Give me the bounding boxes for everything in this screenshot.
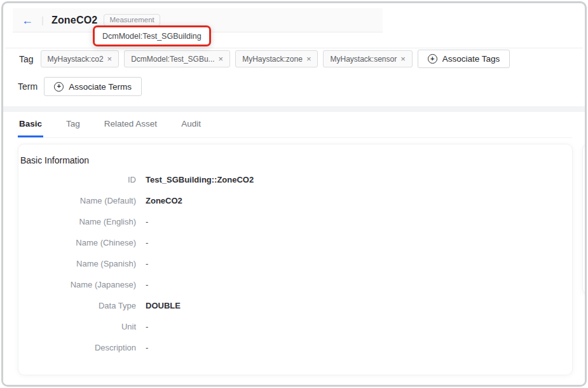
basic-information-heading: Basic Information xyxy=(20,155,572,165)
field-value: - xyxy=(146,258,148,270)
term-section: Term + Associate Terms xyxy=(18,77,142,96)
field-label: ID xyxy=(20,174,136,186)
field-row-name-spanish: Name (Spanish) - xyxy=(20,258,572,270)
tag-chip-label: MyHaystack:sensor xyxy=(330,55,397,64)
field-value: ZoneCO2 xyxy=(146,195,182,207)
associate-terms-button[interactable]: + Associate Terms xyxy=(44,77,142,96)
field-label: Name (Chinese) xyxy=(20,237,136,249)
back-icon[interactable]: ← xyxy=(22,15,33,26)
field-label: Name (English) xyxy=(20,216,136,228)
field-label: Name (Spanish) xyxy=(20,258,136,270)
field-row-name-english: Name (English) - xyxy=(20,216,572,228)
field-row-unit: Unit - xyxy=(20,321,572,333)
field-row-name-default: Name (Default) ZoneCO2 xyxy=(20,195,572,207)
header-divider: | xyxy=(41,15,44,25)
tag-chip-list: MyHaystack:co2 × DcmModel:Test_SGBu... ×… xyxy=(41,50,413,67)
field-value: - xyxy=(146,279,148,291)
tag-chip[interactable]: DcmModel:Test_SGBu... × xyxy=(124,50,230,67)
field-value: - xyxy=(146,321,148,333)
tab-basic[interactable]: Basic xyxy=(18,114,43,137)
field-label: Name (Japanese) xyxy=(20,279,136,291)
field-value: - xyxy=(146,237,148,249)
chip-close-icon[interactable]: × xyxy=(219,55,224,63)
field-label: Data Type xyxy=(20,300,136,312)
circle-plus-icon: + xyxy=(428,54,437,64)
field-value: - xyxy=(146,216,148,228)
tag-chip-label: DcmModel:Test_SGBu... xyxy=(131,55,214,64)
tag-chip[interactable]: MyHaystack:zone × xyxy=(235,50,318,67)
tag-chip[interactable]: MyHaystack:co2 × xyxy=(41,50,120,67)
header-bottom-divider xyxy=(5,48,583,48)
field-row-name-japanese: Name (Japanese) - xyxy=(20,279,572,291)
associate-tags-label: Associate Tags xyxy=(442,54,500,64)
field-label: Description xyxy=(20,342,136,354)
field-value: DOUBLE xyxy=(146,300,181,312)
tooltip-red-annotation: DcmModel:Test_SGBuilding xyxy=(93,25,211,46)
associate-terms-label: Associate Terms xyxy=(69,82,132,92)
app-window: ← | ZoneCO2 Measurement DcmModel:Test_SG… xyxy=(1,1,587,387)
tag-fullname-tooltip: DcmModel:Test_SGBuilding xyxy=(102,32,202,41)
field-row-name-chinese: Name (Chinese) - xyxy=(20,237,572,249)
field-row-id: ID Test_SGBuilding::ZoneCO2 xyxy=(20,174,572,186)
tab-bar: Basic Tag Related Asset Audit xyxy=(18,114,572,138)
associate-tags-button[interactable]: + Associate Tags xyxy=(418,50,510,68)
tabs-panel: Basic Tag Related Asset Audit Basic Info… xyxy=(3,112,585,385)
field-row-data-type: Data Type DOUBLE xyxy=(20,300,572,312)
tab-related-asset[interactable]: Related Asset xyxy=(103,114,158,137)
field-list: ID Test_SGBuilding::ZoneCO2 Name (Defaul… xyxy=(20,174,572,354)
chip-close-icon[interactable]: × xyxy=(400,55,406,63)
basic-information-card: Basic Information ID Test_SGBuilding::Zo… xyxy=(18,144,573,375)
adjacent-card-fragment xyxy=(582,144,587,294)
tab-tag[interactable]: Tag xyxy=(65,114,81,137)
tag-section-label: Tag xyxy=(19,54,34,64)
term-section-label: Term xyxy=(18,81,38,92)
field-row-description: Description - xyxy=(20,342,572,354)
field-value: Test_SGBuilding::ZoneCO2 xyxy=(146,174,254,186)
tab-audit[interactable]: Audit xyxy=(180,114,202,137)
measurement-badge: Measurement xyxy=(104,14,160,26)
section-gap xyxy=(3,106,585,112)
field-value: - xyxy=(146,342,148,354)
circle-plus-icon: + xyxy=(54,82,64,92)
chip-close-icon[interactable]: × xyxy=(107,55,113,63)
tag-chip-label: MyHaystack:co2 xyxy=(48,55,104,64)
tag-chip[interactable]: MyHaystack:sensor × xyxy=(323,50,412,67)
tag-section: Tag MyHaystack:co2 × DcmModel:Test_SGBu.… xyxy=(19,50,510,68)
field-label: Unit xyxy=(20,321,136,333)
chip-close-icon[interactable]: × xyxy=(306,55,311,63)
field-label: Name (Default) xyxy=(20,195,136,207)
page-title: ZoneCO2 xyxy=(51,15,98,26)
tag-chip-label: MyHaystack:zone xyxy=(242,55,303,64)
